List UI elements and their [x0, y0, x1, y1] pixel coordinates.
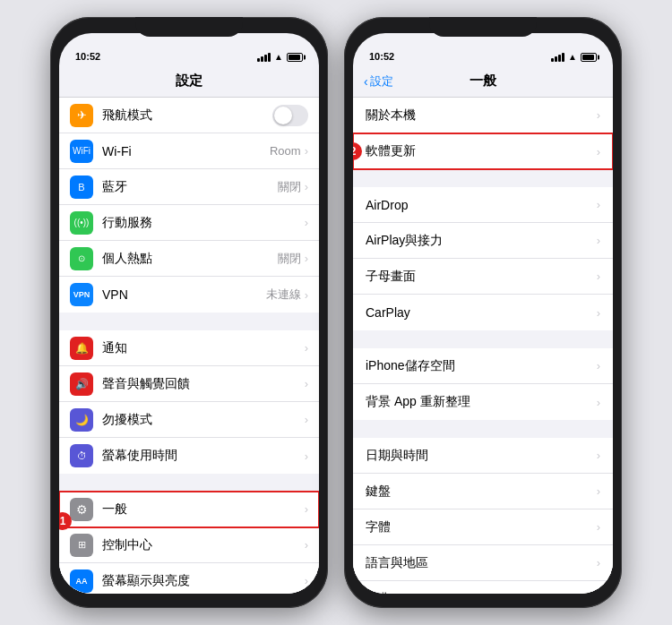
carplay-label: CarPlay	[366, 305, 597, 320]
row-wifi[interactable]: WiFi Wi-Fi Room ›	[59, 133, 319, 169]
display-icon: AA	[70, 569, 93, 593]
about-chevron: ›	[597, 108, 600, 122]
screentime-icon: ⏱	[70, 444, 93, 467]
control-icon: ⊞	[70, 534, 93, 557]
general-group: 1 ⚙ 一般 › ⊞ 控制中心 › AA 螢幕顯示與亮度 › ⊟ 主畫面	[59, 492, 319, 594]
row-dictionary[interactable]: 辭典 ›	[353, 581, 613, 594]
about-label: 關於本機	[366, 107, 597, 124]
row-sound[interactable]: 🔊 聲音與觸覺回饋 ›	[59, 366, 319, 402]
row-control[interactable]: ⊞ 控制中心 ›	[59, 527, 319, 563]
row-airplane[interactable]: ✈ 飛航模式	[59, 98, 319, 133]
general-chevron: ›	[305, 502, 308, 516]
software-update-chevron: ›	[597, 145, 600, 158]
row-general[interactable]: 1 ⚙ 一般 ›	[59, 492, 319, 527]
airdrop-label: AirDrop	[366, 198, 597, 212]
airplane-toggle[interactable]	[272, 105, 308, 126]
notch-left	[135, 17, 243, 37]
keyboard-chevron: ›	[597, 484, 600, 498]
nav-bar-right: ‹ 設定 一般	[353, 65, 613, 98]
notch-right	[429, 17, 537, 37]
row-bluetooth[interactable]: B 藍牙 關閉 ›	[59, 169, 319, 205]
airplane-label: 飛航模式	[102, 107, 272, 124]
system-group: 🔔 通知 › 🔊 聲音與觸覺回饋 › 🌙 勿擾模式 › ⏱ 螢幕使用時間	[59, 330, 319, 474]
row-software-update[interactable]: 2 軟體更新 ›	[353, 133, 613, 169]
row-vpn[interactable]: VPN VPN 未連線 ›	[59, 277, 319, 312]
wifi-row-icon: WiFi	[70, 140, 93, 163]
row-airdrop[interactable]: AirDrop ›	[353, 187, 613, 223]
vpn-chevron: ›	[305, 288, 308, 302]
row-display[interactable]: AA 螢幕顯示與亮度 ›	[59, 563, 319, 594]
back-button[interactable]: ‹ 設定	[364, 73, 393, 90]
notification-chevron: ›	[305, 341, 308, 355]
battery-icon	[287, 53, 303, 62]
wifi-label: Wi-Fi	[102, 144, 270, 158]
row-language[interactable]: 語言與地區 ›	[353, 545, 613, 581]
row-focus[interactable]: 🌙 勿擾模式 ›	[59, 402, 319, 438]
row-fonts[interactable]: 字體 ›	[353, 509, 613, 545]
screentime-label: 螢幕使用時間	[102, 448, 305, 464]
software-update-label: 軟體更新	[366, 143, 597, 159]
control-chevron: ›	[305, 538, 308, 552]
status-bar-right: 10:52 ▲	[353, 33, 613, 65]
status-bar-left: 10:52 ▲	[59, 33, 319, 65]
bar4	[268, 53, 271, 62]
vpn-value: 未連線	[266, 287, 301, 303]
screentime-chevron: ›	[305, 449, 308, 463]
focus-icon: 🌙	[70, 408, 93, 432]
status-icons-right: ▲	[551, 52, 597, 62]
airdrop-chevron: ›	[597, 198, 600, 211]
row-carplay[interactable]: CarPlay ›	[353, 295, 613, 330]
bar3	[264, 55, 267, 62]
cellular-chevron: ›	[305, 216, 308, 229]
wifi-value: Room	[270, 144, 301, 158]
settings-list-left: ✈ 飛航模式 WiFi Wi-Fi Room › B 藍牙 關閉 ›	[59, 98, 319, 594]
row-storage[interactable]: iPhone儲存空間 ›	[353, 348, 613, 384]
nav-title-right: 一般	[470, 73, 496, 90]
time-left: 10:52	[75, 51, 100, 62]
screen-left: 10:52 ▲ 設定 ✈	[59, 33, 319, 594]
row-notification[interactable]: 🔔 通知 ›	[59, 330, 319, 366]
row-screentime[interactable]: ⏱ 螢幕使用時間 ›	[59, 438, 319, 474]
cellular-icon: ((•))	[70, 211, 93, 235]
fonts-chevron: ›	[597, 520, 600, 534]
row-about[interactable]: 關於本機 ›	[353, 98, 613, 133]
row-hotspot[interactable]: ⊙ 個人熱點 關閉 ›	[59, 241, 319, 277]
background-refresh-chevron: ›	[597, 396, 600, 409]
hotspot-value: 關閉	[278, 251, 301, 267]
wifi-status-icon: ▲	[274, 52, 283, 62]
nav-title-left: 設定	[176, 73, 202, 90]
datetime-group: 日期與時間 › 鍵盤 › 字體 › 語言與地區 › 辭典 ›	[353, 438, 613, 594]
display-chevron: ›	[305, 574, 308, 587]
row-datetime[interactable]: 日期與時間 ›	[353, 438, 613, 474]
bluetooth-chevron: ›	[305, 180, 308, 193]
row-pip[interactable]: 子母畫面 ›	[353, 259, 613, 295]
language-chevron: ›	[597, 556, 600, 569]
cellular-label: 行動服務	[102, 215, 305, 231]
wifi-status-icon-right: ▲	[568, 52, 577, 62]
language-label: 語言與地區	[366, 555, 597, 571]
time-right: 10:52	[369, 51, 394, 62]
row-cellular[interactable]: ((•)) 行動服務 ›	[59, 205, 319, 241]
notification-icon: 🔔	[70, 337, 93, 360]
focus-label: 勿擾模式	[102, 412, 305, 428]
about-group: 關於本機 › 2 軟體更新 ›	[353, 98, 613, 169]
background-refresh-label: 背景 App 重新整理	[366, 394, 597, 410]
general-label: 一般	[102, 501, 305, 518]
airplay-label: AirPlay與接力	[366, 233, 597, 249]
back-chevron: ‹	[364, 74, 368, 89]
focus-chevron: ›	[305, 413, 308, 426]
control-label: 控制中心	[102, 537, 305, 553]
row-keyboard[interactable]: 鍵盤 ›	[353, 474, 613, 509]
airplane-icon: ✈	[70, 104, 93, 127]
row-airplay[interactable]: AirPlay與接力 ›	[353, 223, 613, 259]
hotspot-label: 個人熱點	[102, 251, 278, 267]
storage-chevron: ›	[597, 359, 600, 372]
hotspot-chevron: ›	[305, 252, 308, 265]
row-background-refresh[interactable]: 背景 App 重新整理 ›	[353, 384, 613, 420]
airplay-chevron: ›	[597, 234, 600, 247]
sound-icon: 🔊	[70, 372, 93, 396]
pip-label: 子母畫面	[366, 269, 597, 285]
bar1	[257, 58, 260, 62]
general-settings-list: 關於本機 › 2 軟體更新 › AirDrop › AirPlay與接力 ›	[353, 98, 613, 594]
display-label: 螢幕顯示與亮度	[102, 573, 305, 589]
